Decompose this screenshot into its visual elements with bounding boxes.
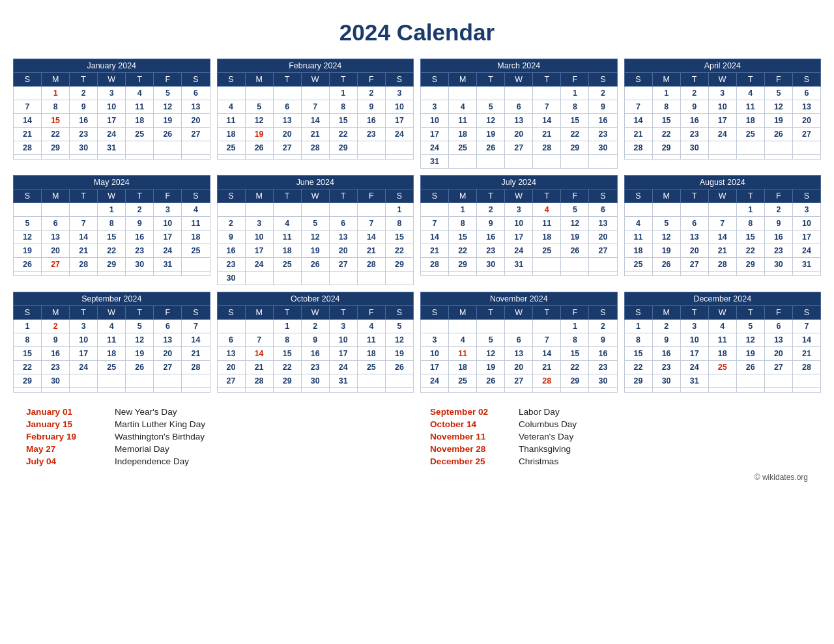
day-header: T <box>329 189 357 203</box>
week-row: 293031 <box>624 374 821 388</box>
day-cell: 20 <box>680 244 708 258</box>
week-row: 31 <box>421 155 618 169</box>
day-cell <box>245 87 273 100</box>
day-cell: 29 <box>736 258 764 272</box>
holiday-row: November 28Thanksgiving <box>430 443 808 455</box>
day-cell <box>533 320 561 333</box>
day-header: T <box>70 73 98 87</box>
day-cell: 1 <box>736 203 764 217</box>
day-cell <box>301 87 329 100</box>
day-header: W <box>98 306 126 320</box>
day-cell: 23 <box>764 244 792 258</box>
day-cell: 21 <box>357 244 385 258</box>
day-cell: 29 <box>449 258 477 272</box>
day-header: M <box>42 306 70 320</box>
day-cell: 31 <box>329 374 357 388</box>
holiday-name: New Year's Day <box>115 407 177 417</box>
day-cell: 10 <box>385 100 413 114</box>
day-cell: 2 <box>70 87 98 100</box>
month-table-5: May 2024SMTWTFS1234567891011121314151617… <box>13 175 210 276</box>
day-cell <box>533 258 561 272</box>
day-header: W <box>98 73 126 87</box>
day-cell: 26 <box>385 361 413 374</box>
day-cell: 12 <box>14 231 42 244</box>
day-cell: 14 <box>245 347 273 361</box>
day-cell: 28 <box>357 258 385 272</box>
day-cell: 8 <box>42 100 70 114</box>
day-cell <box>301 388 329 393</box>
day-cell: 5 <box>301 217 329 231</box>
day-header: M <box>449 73 477 87</box>
day-cell <box>792 388 820 393</box>
day-cell: 17 <box>421 128 449 141</box>
day-cell: 23 <box>589 361 617 374</box>
month-header-1: January 2024 <box>14 59 210 73</box>
week-row: 45678910 <box>624 217 821 231</box>
day-cell <box>624 155 652 160</box>
day-cell <box>329 203 357 217</box>
holiday-date: December 25 <box>430 456 508 466</box>
day-cell <box>764 141 792 155</box>
month-table-6: June 2024SMTWTFS123456789101112131415161… <box>217 175 414 285</box>
day-cell: 25 <box>624 258 652 272</box>
week-row: 12345 <box>217 320 414 333</box>
day-cell: 24 <box>385 128 413 141</box>
week-row: 15161718192021 <box>14 347 210 361</box>
day-cell: 1 <box>98 203 126 217</box>
week-row: 2930 <box>14 374 210 388</box>
day-cell: 16 <box>589 114 617 128</box>
week-row: 23242526272829 <box>217 258 414 272</box>
day-header: W <box>505 306 533 320</box>
day-cell: 30 <box>764 258 792 272</box>
day-cell <box>273 203 301 217</box>
day-cell <box>652 388 680 393</box>
day-cell: 3 <box>385 87 413 100</box>
day-cell: 10 <box>421 114 449 128</box>
day-cell: 25 <box>449 374 477 388</box>
day-cell: 1 <box>624 320 652 333</box>
day-cell <box>505 272 533 276</box>
day-cell <box>154 272 182 276</box>
day-cell <box>477 155 505 169</box>
day-cell: 20 <box>154 347 182 361</box>
day-cell: 4 <box>624 217 652 231</box>
month-12: December 2024SMTWTFS12345678910111213141… <box>624 292 822 393</box>
day-header: S <box>217 189 245 203</box>
day-cell: 13 <box>505 114 533 128</box>
week-row: 1234567 <box>14 320 210 333</box>
day-cell: 12 <box>477 347 505 361</box>
day-header: T <box>533 306 561 320</box>
day-cell <box>14 272 42 276</box>
week-row: 2345678 <box>217 217 414 231</box>
month-3: March 2024SMTWTFS12345678910111213141516… <box>420 59 618 169</box>
day-cell: 18 <box>182 231 210 244</box>
day-cell: 10 <box>505 217 533 231</box>
day-cell: 26 <box>477 141 505 155</box>
day-header: S <box>385 306 413 320</box>
day-cell: 13 <box>154 333 182 347</box>
day-cell: 8 <box>561 100 589 114</box>
day-cell: 22 <box>561 128 589 141</box>
day-cell <box>182 141 210 155</box>
day-cell: 26 <box>561 244 589 258</box>
day-cell: 1 <box>14 320 42 333</box>
day-cell: 11 <box>533 217 561 231</box>
day-cell: 28 <box>245 374 273 388</box>
day-cell: 14 <box>14 114 42 128</box>
day-cell: 24 <box>70 361 98 374</box>
day-cell: 27 <box>42 258 70 272</box>
week-row <box>217 388 414 393</box>
month-8: August 2024SMTWTFS1234567891011121314151… <box>624 175 822 285</box>
holiday-name: Thanksgiving <box>519 444 571 454</box>
day-cell: 11 <box>357 333 385 347</box>
week-row: 2526272829 <box>217 141 414 155</box>
day-cell: 2 <box>680 87 708 100</box>
day-cell <box>477 87 505 100</box>
day-cell <box>652 272 680 276</box>
day-cell: 1 <box>385 203 413 217</box>
day-cell: 2 <box>477 203 505 217</box>
day-cell <box>42 272 70 276</box>
day-cell: 21 <box>301 128 329 141</box>
day-cell: 14 <box>708 231 736 244</box>
day-cell: 16 <box>217 244 245 258</box>
